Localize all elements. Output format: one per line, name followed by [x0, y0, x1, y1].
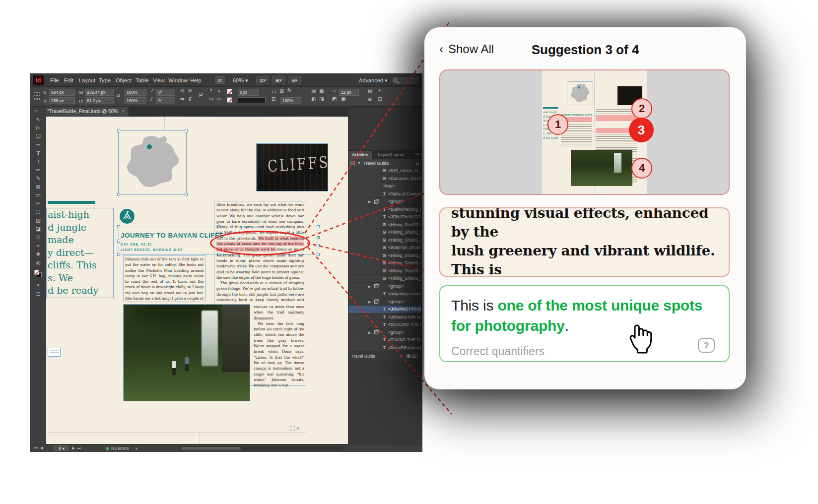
stroke-weight-field[interactable]: 0 pt	[238, 89, 259, 96]
page-tool[interactable]: ❏	[30, 132, 46, 140]
article-item[interactable]: ⊠<Hiking_Shot05_0332...	[348, 259, 421, 267]
y-field[interactable]: 288 px	[49, 97, 75, 104]
stroke-style-dropdown[interactable]	[238, 97, 266, 103]
article-item[interactable]: T<TAKING THE PLUNG...	[348, 336, 421, 344]
rotate-cw-icon[interactable]: ⟳	[188, 88, 192, 93]
type-tool[interactable]: T	[30, 149, 46, 157]
menu-file[interactable]: File	[50, 74, 59, 87]
article-item[interactable]: ▶<group>	[348, 329, 421, 337]
panel-menu-icon[interactable]: ≡▾	[414, 152, 419, 157]
view-options-icon[interactable]: ▤▾	[256, 76, 269, 84]
hikers-waterfall-photo[interactable]	[123, 304, 250, 401]
suggestion-badge-2[interactable]: 2	[631, 98, 652, 119]
menu-window[interactable]: Window	[168, 74, 188, 87]
article-item[interactable]: ▶<group>	[348, 298, 421, 306]
workspace-switcher[interactable]: Advanced ▾	[359, 74, 388, 87]
flip-horizontal-icon[interactable]: ⇋	[180, 96, 184, 102]
gradient-tool[interactable]: ▨	[30, 216, 46, 225]
article-item[interactable]: <line>	[348, 183, 421, 190]
article-item[interactable]: ▶<group>	[348, 283, 421, 291]
rotation-field[interactable]: 0°	[156, 89, 175, 96]
flip-vertical-icon[interactable]: ⇵	[188, 96, 192, 102]
align-right-icon[interactable]: ↦	[217, 96, 221, 102]
expand-arrow-icon[interactable]: ▶	[368, 283, 371, 291]
menu-help[interactable]: Help	[190, 74, 202, 87]
body-column-1[interactable]: Johanna rolls out of the tent at first l…	[123, 255, 205, 302]
scrollbar-thumb[interactable]	[181, 447, 241, 450]
fx-icon[interactable]: fx	[287, 88, 291, 93]
h-field[interactable]: 61.2 px	[85, 97, 114, 104]
corner-radius-field[interactable]: 12 px	[339, 89, 359, 96]
suggestion-badge-4[interactable]: 4	[631, 158, 652, 179]
map-image-frame[interactable]	[118, 130, 187, 195]
select-content-icon[interactable]: ▣	[341, 96, 345, 102]
bullet-list-icon[interactable]: ≣	[368, 96, 372, 102]
body-column-3[interactable]: rescues us more than once when the trail…	[253, 304, 305, 387]
screen-mode-icon[interactable]: ▣▾	[272, 76, 285, 84]
suggestion-badge-3-active[interactable]: 3	[629, 118, 654, 142]
expand-arrow-icon[interactable]: ▶	[368, 198, 371, 206]
wrap-icon[interactable]: ⊞	[272, 96, 275, 102]
fill-none-swatch[interactable]	[227, 89, 232, 94]
free-transform-tool[interactable]: ⛶	[30, 208, 46, 216]
page-number-field[interactable]: 9 ▾	[54, 445, 69, 451]
disclosure-triangle-icon[interactable]: ▼	[357, 159, 361, 167]
suggestion-badge-1[interactable]: 1	[547, 114, 568, 135]
hand-tool[interactable]: ✥	[30, 250, 46, 258]
menu-layout[interactable]: Layout	[79, 74, 95, 87]
paragraph-icon[interactable]: P	[199, 92, 203, 99]
search-input[interactable]	[392, 77, 419, 84]
expand-arrow-icon[interactable]: ▶	[368, 298, 371, 306]
article-item[interactable]: ⊠<Hiking_Shot05_0019...	[348, 237, 421, 245]
numbered-list-icon[interactable]: ⊟	[378, 96, 382, 102]
stroke-none-swatch[interactable]	[227, 97, 232, 103]
document-canvas[interactable]: CLIFFS aist-high d jungle made y direct—…	[46, 117, 348, 444]
zoom-level-dropdown[interactable]: 60% ▾	[233, 74, 248, 87]
text-wrap-around-icon[interactable]: ▦	[319, 88, 324, 93]
article-item[interactable]: ⊠<615_Adobe_AI_Map...	[348, 167, 421, 175]
menu-type[interactable]: Type	[99, 74, 111, 87]
article-root-row[interactable]: ✓ ▼ Travel Guide	[348, 159, 421, 167]
pen-tool[interactable]: ✑	[30, 166, 46, 174]
article-item-selected[interactable]: T<JOURNEYTO BA...	[348, 306, 421, 314]
article-item[interactable]: ⊠<Waterfall_Shot01_0...	[348, 244, 421, 252]
line-tool[interactable]: ∖	[30, 157, 46, 166]
article-item[interactable]: T<Table of ContentsJ...	[348, 190, 421, 198]
direct-selection-tool[interactable]: ▷	[30, 124, 46, 132]
article-item[interactable]: ⊠<Hiking_Shot01_0276...	[348, 229, 421, 237]
article-item[interactable]: ⊠<Hiking_Shot02_0001...	[348, 252, 421, 260]
rectangle-tool[interactable]: ▭	[30, 191, 46, 199]
gradient-feather-tool[interactable]: ◪	[30, 225, 46, 233]
scale-x-field[interactable]: 100%	[125, 89, 146, 96]
w-field[interactable]: 232.44 px	[85, 89, 114, 96]
menu-view[interactable]: View	[153, 74, 165, 87]
article-item[interactable]: ⊠<Hiking_Shot06_0098...	[348, 267, 421, 275]
article-item[interactable]: T<avigating a maze of...	[348, 290, 421, 298]
effects-icon[interactable]: ▥	[279, 88, 284, 93]
expand-arrow-icon[interactable]: ▶	[368, 329, 371, 337]
document-thumbnail-preview[interactable]: aist-highd jungle madey direct— cliffs. …	[439, 69, 730, 195]
opacity-field[interactable]: 100%	[280, 97, 301, 104]
cliffs-photo-frame[interactable]: CLIFFS	[256, 143, 328, 191]
reference-point-proxy[interactable]	[34, 92, 41, 101]
panel-options-icon[interactable]: ▤	[368, 88, 372, 93]
text-wrap-none-icon[interactable]: ▤	[311, 88, 316, 93]
add-article-icon[interactable]: ＋	[399, 352, 404, 360]
left-page-text-frame[interactable]: aist-high d jungle made y direct— cliffs…	[46, 208, 114, 298]
tab-liquid-layout[interactable]: Liquid Layout	[374, 151, 408, 159]
align-left-icon[interactable]: ↤	[209, 96, 213, 102]
menu-table[interactable]: Table	[136, 74, 148, 87]
scissors-tool[interactable]: ✂	[30, 199, 46, 208]
article-item[interactable]: T<Johanna rolls out of ...	[348, 314, 421, 321]
scale-y-field[interactable]: 100%	[125, 97, 146, 104]
article-item[interactable]: ⊠<Hiking_Shot01_0275...	[348, 275, 421, 283]
frame-fit-icon[interactable]: ◧	[311, 96, 316, 102]
object-styles-icon[interactable]: ⬚	[272, 88, 276, 93]
article-item[interactable]: T<SCALING THE CLIFF...	[348, 321, 421, 329]
constrain-link-icon[interactable]: ⧉	[117, 93, 120, 99]
article-item[interactable]: ⊠<Hiking_Shot03_0032...	[348, 221, 421, 229]
x-field[interactable]: 684 px	[49, 89, 75, 96]
help-icon[interactable]: ?	[698, 338, 715, 353]
rotate-ccw-icon[interactable]: ⟲	[180, 88, 184, 93]
select-container-icon[interactable]: ◩	[332, 96, 337, 102]
